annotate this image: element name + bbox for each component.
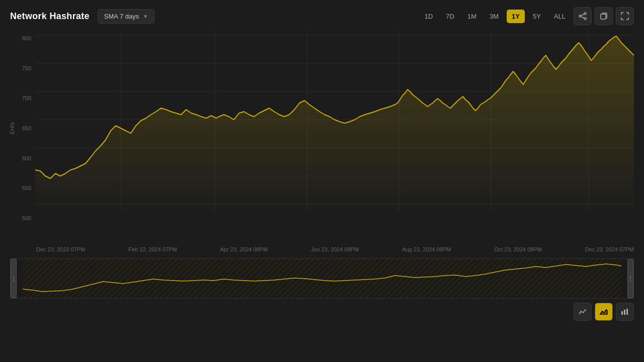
mini-chart-svg: [11, 259, 633, 299]
main-chart-svg: [35, 30, 634, 226]
y-label-600: 600: [10, 155, 35, 161]
svg-line-4: [581, 17, 584, 18]
time-btn-3m[interactable]: 3M: [485, 10, 504, 23]
svg-line-3: [581, 14, 584, 16]
line-chart-icon: [578, 307, 587, 316]
svg-rect-22: [624, 310, 625, 315]
y-label-800: 800: [10, 35, 35, 41]
y-label-550: 550: [10, 185, 35, 191]
y-axis: EH/s 800 750 700 650 600 550 500: [10, 30, 35, 226]
bar-chart-icon: [620, 307, 629, 316]
time-btn-all[interactable]: ALL: [549, 10, 571, 23]
chart-type-controls: [10, 303, 634, 321]
time-btn-1m[interactable]: 1M: [462, 10, 481, 23]
fullscreen-icon: [621, 12, 629, 20]
area-chart-icon: [599, 307, 608, 316]
y-label-750: 750: [10, 65, 35, 71]
y-unit-label: EH/s: [9, 122, 15, 134]
mini-chart-section: [10, 258, 634, 299]
bar-chart-button[interactable]: [616, 303, 634, 321]
share-button[interactable]: [574, 7, 592, 25]
y-label-500: 500: [10, 215, 35, 221]
svg-rect-21: [621, 311, 623, 315]
copy-icon: [600, 12, 608, 20]
copy-button[interactable]: [595, 7, 613, 25]
svg-point-0: [584, 13, 586, 15]
chart-plot-area: [35, 30, 634, 226]
time-btn-1y[interactable]: 1Y: [507, 10, 525, 23]
sma-label: SMA 7 days: [104, 13, 139, 20]
svg-rect-20: [23, 259, 621, 299]
chevron-down-icon: ▼: [143, 14, 148, 19]
chart-title: Network Hashrate: [10, 11, 90, 22]
area-chart-button[interactable]: [595, 303, 613, 321]
time-btn-7d[interactable]: 7D: [441, 10, 459, 23]
svg-rect-23: [626, 309, 628, 315]
header-controls: 1D 7D 1M 3M 1Y 5Y ALL: [420, 7, 634, 25]
chart-section: EH/s 800 750 700 650 600 550 500: [10, 30, 634, 251]
mini-chart-left-handle[interactable]: [11, 259, 17, 298]
chart-header: Network Hashrate SMA 7 days ▼ 1D 7D 1M 3…: [10, 0, 634, 30]
line-chart-button[interactable]: [574, 303, 592, 321]
share-icon: [579, 12, 587, 20]
main-container: Network Hashrate SMA 7 days ▼ 1D 7D 1M 3…: [0, 0, 644, 362]
mini-chart-right-handle[interactable]: [627, 259, 633, 298]
mini-chart-wrapper: [10, 258, 634, 299]
time-btn-1d[interactable]: 1D: [420, 10, 438, 23]
y-label-700: 700: [10, 95, 35, 101]
svg-point-2: [584, 18, 586, 20]
fullscreen-button[interactable]: [616, 7, 634, 25]
svg-point-1: [579, 15, 581, 17]
svg-rect-5: [601, 14, 606, 19]
time-btn-5y[interactable]: 5Y: [528, 10, 546, 23]
sma-dropdown[interactable]: SMA 7 days ▼: [98, 9, 154, 24]
